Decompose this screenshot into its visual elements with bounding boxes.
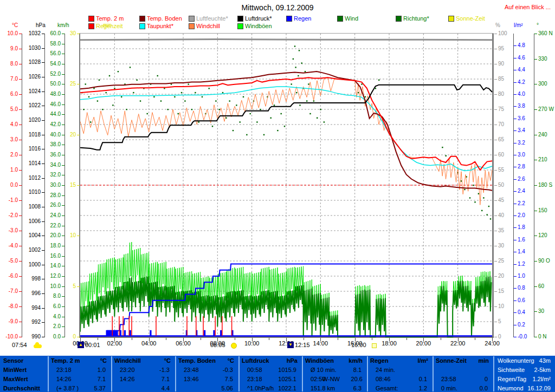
axis-tick-label: -3.0 xyxy=(0,227,18,233)
axis-tick xyxy=(77,84,80,84)
chart-plot-area[interactable] xyxy=(80,34,493,337)
series-richtung-dot xyxy=(236,104,237,106)
series-richtung-dot xyxy=(219,109,220,110)
axis-tick-label: 3.0 xyxy=(518,152,525,158)
series-richtung-dot xyxy=(473,185,474,186)
axis-tick-label: 6.0 xyxy=(37,303,61,309)
series-richtung-dot xyxy=(378,80,379,81)
axis-tick xyxy=(514,179,517,180)
series-richtung-dot xyxy=(181,92,182,93)
axis-tick-label: 30 xyxy=(52,30,76,36)
status-cell: -0.3 xyxy=(179,366,233,374)
status-cell: 7.1 xyxy=(51,375,106,383)
axis-tick-label: -2.0 xyxy=(0,212,18,218)
axis-tick-label: 25 xyxy=(498,258,504,264)
axis-tick-label: 90 xyxy=(498,61,504,67)
axis-tick xyxy=(62,306,64,307)
series-luftfeuchte xyxy=(80,40,492,40)
axis-tick-label: 40 xyxy=(498,212,504,218)
axis-tick xyxy=(62,276,64,277)
axis-tick xyxy=(494,109,497,110)
axis-tick xyxy=(534,160,537,160)
axis-tick xyxy=(514,191,517,192)
series-richtung-dot xyxy=(483,197,484,198)
series-richtung-dot xyxy=(114,88,115,89)
series-richtung-dot xyxy=(178,113,179,114)
axis-tick-label: 35 xyxy=(498,227,504,233)
status-cell: -1.3 xyxy=(115,366,170,374)
axis-tick-label: 22.0 xyxy=(37,223,61,228)
axis-tick xyxy=(514,300,517,301)
series-richtung-dot xyxy=(281,113,282,114)
status-col-unit: km/h xyxy=(339,357,363,365)
series-richtung-dot xyxy=(233,130,234,131)
axis-tick-label: 1.0 xyxy=(0,167,18,173)
series-richtung-dot xyxy=(469,197,470,198)
axis-tick-label: 3.0 xyxy=(0,136,18,142)
status-info-value: 1.2l/m² xyxy=(513,375,551,383)
status-col-header-sonne-zeit: Sonne-Zeit xyxy=(436,357,467,365)
axis-tick xyxy=(514,215,517,216)
axis-tick-label: 0.8 xyxy=(518,285,525,291)
axis-tick xyxy=(62,226,64,226)
axis-tick-label: 70 xyxy=(498,121,504,127)
axis-tick-label: 240 xyxy=(538,132,547,138)
series-richtung-dot xyxy=(164,88,165,89)
axis-tick xyxy=(62,145,64,145)
axis-tick-label: 4.6 xyxy=(518,55,525,61)
axis-tick-label: 10.0 xyxy=(0,30,18,36)
series-richtung-dot xyxy=(121,96,122,97)
series-richtung-dot xyxy=(488,206,489,207)
series-richtung-dot xyxy=(212,126,213,127)
series-richtung-dot xyxy=(188,83,189,84)
axis-tick-label: -6.0 xyxy=(0,273,18,279)
axis-tick xyxy=(514,167,517,167)
status-separator xyxy=(302,356,303,391)
marker-time: 12:15 xyxy=(295,342,310,348)
axis-tick xyxy=(514,106,517,107)
series-richtung-dot xyxy=(478,193,479,194)
axis-tick xyxy=(42,120,44,121)
axis-tick-label: 4.2 xyxy=(518,79,525,85)
axis-tick xyxy=(534,211,537,211)
axis-tick-label: 12.0 xyxy=(37,273,61,279)
axis-tick-label: 45 xyxy=(498,197,504,203)
axis-tick xyxy=(19,215,22,216)
axis-tick-label: 100 xyxy=(498,30,507,36)
axis-tick-label: 26.0 xyxy=(37,202,61,208)
status-col-unit: min xyxy=(465,357,489,365)
axis-tick xyxy=(514,143,517,143)
series-richtung-dot xyxy=(295,67,296,68)
axis-tick xyxy=(514,264,517,265)
axis-tick-label: 2.0 xyxy=(37,323,61,329)
axis-tick-label: 44.0 xyxy=(37,111,61,117)
axis-tick-label: 0.2 xyxy=(518,322,525,328)
axis-tick-label: 3.2 xyxy=(518,140,525,146)
series-richtung-dot xyxy=(296,92,297,93)
axis-tick xyxy=(62,104,64,105)
cloud-icon xyxy=(34,344,42,348)
axis-tick xyxy=(534,109,537,110)
axis-tick-label: 15 xyxy=(52,182,76,188)
series-richtung-dot xyxy=(130,67,131,68)
status-separator xyxy=(493,356,494,391)
axis-tick-label: 80 xyxy=(498,91,504,97)
series-richtung-dot xyxy=(191,109,192,110)
status-col-unit: °C xyxy=(147,357,171,365)
series-richtung-dot xyxy=(320,109,321,110)
axis-tick xyxy=(42,178,44,179)
moonset-icon: ▼ xyxy=(287,342,294,348)
series-richtung-dot xyxy=(195,92,196,93)
axis-tick xyxy=(62,114,64,115)
series-richtung-dot xyxy=(299,50,300,51)
series-richtung-dot xyxy=(167,109,169,110)
status-cell: 6.3 xyxy=(307,384,362,392)
axis-tick xyxy=(42,250,44,251)
marker-time: 16:00 xyxy=(351,342,366,348)
axis-tick xyxy=(77,185,80,186)
axis-tick xyxy=(19,246,22,246)
status-cell: 1022.1 xyxy=(242,384,296,392)
series-luftdruck xyxy=(80,85,492,150)
series-richtung-dot xyxy=(229,100,230,101)
axis-tick-label: 48.0 xyxy=(37,91,61,97)
